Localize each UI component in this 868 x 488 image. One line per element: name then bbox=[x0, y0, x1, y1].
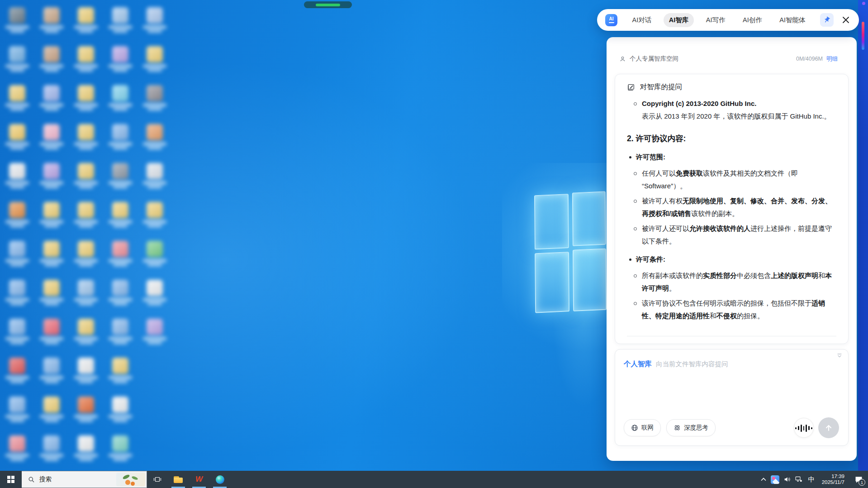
desktop-icon[interactable] bbox=[0, 46, 34, 72]
tray-volume[interactable] bbox=[781, 471, 793, 488]
desktop-icon[interactable] bbox=[0, 124, 34, 149]
desktop-icon[interactable] bbox=[34, 163, 69, 188]
taskbar: 搜索 W 中 17:39 bbox=[0, 471, 868, 488]
desktop-icon[interactable] bbox=[69, 280, 103, 305]
desktop-icon[interactable] bbox=[138, 319, 172, 344]
voice-input-button[interactable] bbox=[794, 418, 814, 438]
tray-photo-app[interactable] bbox=[769, 471, 781, 488]
desktop-icon[interactable] bbox=[138, 124, 172, 149]
desktop-icon[interactable] bbox=[34, 280, 69, 305]
compose-icon[interactable] bbox=[627, 83, 635, 91]
desktop-icon[interactable] bbox=[138, 280, 172, 305]
app-logo-icon[interactable]: AI bbox=[605, 14, 617, 26]
desktop-icon[interactable] bbox=[0, 358, 34, 383]
desktop-icon[interactable] bbox=[0, 7, 34, 33]
tab-ai-writing[interactable]: AI写作 bbox=[701, 13, 731, 27]
desktop-icon[interactable] bbox=[138, 241, 172, 266]
desktop-icon[interactable] bbox=[34, 46, 69, 72]
tab-ai-agent[interactable]: AI智能体 bbox=[774, 13, 811, 27]
send-button[interactable] bbox=[818, 417, 839, 438]
desktop-icon[interactable] bbox=[69, 397, 103, 422]
desktop-icon[interactable] bbox=[69, 163, 103, 188]
close-button[interactable] bbox=[840, 14, 852, 26]
desktop-icon[interactable] bbox=[0, 435, 34, 461]
desktop-icon[interactable] bbox=[34, 397, 69, 422]
desktop-icon[interactable] bbox=[69, 358, 103, 383]
desktop-icon[interactable] bbox=[138, 7, 172, 33]
desktop-icon[interactable] bbox=[138, 202, 172, 227]
scope-tag[interactable]: 个人智库 bbox=[624, 359, 652, 369]
pin-button[interactable] bbox=[820, 13, 834, 27]
atom-icon bbox=[674, 424, 681, 431]
desktop-icon[interactable] bbox=[103, 124, 138, 149]
desktop-icon[interactable] bbox=[0, 241, 34, 266]
window-pane bbox=[573, 249, 607, 311]
tab-ai-creation[interactable]: AI创作 bbox=[737, 13, 768, 27]
taskbar-search[interactable]: 搜索 bbox=[22, 471, 147, 488]
detail-link[interactable]: 明细 bbox=[826, 55, 838, 63]
search-highlight-image[interactable] bbox=[116, 473, 145, 486]
desktop-icon[interactable] bbox=[0, 163, 34, 188]
desktop-icon[interactable] bbox=[69, 319, 103, 344]
screen-toolbar-handle[interactable] bbox=[304, 1, 352, 8]
storage-usage: 0M/4096M bbox=[796, 56, 823, 62]
desktop-icon[interactable] bbox=[0, 280, 34, 305]
desktop-icon[interactable] bbox=[103, 280, 138, 305]
content-block-li2: Copyright (c) 2013-2020 GitHub Inc.表示从 2… bbox=[627, 97, 836, 123]
desktop-icon[interactable] bbox=[69, 46, 103, 72]
desktop-icon[interactable] bbox=[34, 358, 69, 383]
desktop-icon[interactable] bbox=[0, 85, 34, 110]
desktop-icon[interactable] bbox=[103, 202, 138, 227]
desktop-icon[interactable] bbox=[103, 163, 138, 188]
file-explorer-button[interactable] bbox=[168, 471, 189, 488]
start-button[interactable] bbox=[0, 471, 22, 488]
notification-center-button[interactable]: 1 bbox=[849, 471, 868, 488]
content-blocks: Copyright (c) 2013-2020 GitHub Inc.表示从 2… bbox=[627, 97, 836, 322]
tab-ai-knowledge[interactable]: AI智库 bbox=[664, 13, 694, 27]
taskbar-clock[interactable]: 17:39 2025/11/7 bbox=[818, 471, 849, 488]
desktop-icon[interactable] bbox=[69, 7, 103, 33]
desktop-icon[interactable] bbox=[69, 124, 103, 149]
desktop-icon[interactable] bbox=[138, 163, 172, 188]
wps-office-button[interactable]: W bbox=[189, 471, 209, 488]
desktop-icon[interactable] bbox=[103, 85, 138, 110]
desktop-icon[interactable] bbox=[138, 46, 172, 72]
desktop-icon[interactable] bbox=[69, 202, 103, 227]
collapse-button[interactable] bbox=[836, 353, 843, 359]
desktop-icon[interactable] bbox=[103, 319, 138, 344]
desktop-icon[interactable] bbox=[103, 46, 138, 72]
prompt-input-line[interactable]: 个人智库 向当前文件智库内容提问 bbox=[624, 359, 830, 369]
desktop-icon[interactable] bbox=[69, 241, 103, 266]
desktop-icon[interactable] bbox=[34, 241, 69, 266]
desktop-icon[interactable] bbox=[0, 397, 34, 422]
desktop-icon[interactable] bbox=[69, 85, 103, 110]
edge-browser-button[interactable] bbox=[209, 471, 230, 488]
desktop-icon[interactable] bbox=[34, 202, 69, 227]
desktop-icon[interactable] bbox=[103, 397, 138, 422]
desktop-icon[interactable] bbox=[103, 435, 138, 461]
desktop-icon[interactable] bbox=[138, 85, 172, 110]
desktop-icon[interactable] bbox=[103, 358, 138, 383]
web-search-button[interactable]: 联网 bbox=[624, 419, 661, 436]
close-icon bbox=[842, 16, 849, 24]
desktop-icon[interactable] bbox=[34, 435, 69, 461]
desktop-icon[interactable] bbox=[0, 202, 34, 227]
desktop-icon[interactable] bbox=[0, 319, 34, 344]
deep-think-button[interactable]: 深度思考 bbox=[666, 419, 716, 436]
tray-expand-button[interactable] bbox=[758, 471, 769, 488]
desktop-icon[interactable] bbox=[69, 435, 103, 461]
desktop-icon[interactable] bbox=[34, 319, 69, 344]
desktop-icon[interactable] bbox=[103, 241, 138, 266]
tray-network[interactable] bbox=[793, 471, 805, 488]
prompt-input-card[interactable]: 个人智库 向当前文件智库内容提问 联网 深度思考 bbox=[615, 349, 849, 446]
task-view-button[interactable] bbox=[147, 471, 168, 488]
tab-ai-chat[interactable]: AI对话 bbox=[627, 13, 657, 27]
tray-ime-indicator[interactable]: 中 bbox=[805, 471, 818, 488]
desktop-icon[interactable] bbox=[34, 85, 69, 110]
desktop-icon[interactable] bbox=[34, 124, 69, 149]
desktop-icon[interactable] bbox=[34, 7, 69, 33]
window-pane bbox=[534, 194, 569, 249]
desktop-icon[interactable] bbox=[103, 7, 138, 33]
window-pane bbox=[535, 252, 569, 313]
edge-dock-strip[interactable] bbox=[858, 0, 868, 471]
